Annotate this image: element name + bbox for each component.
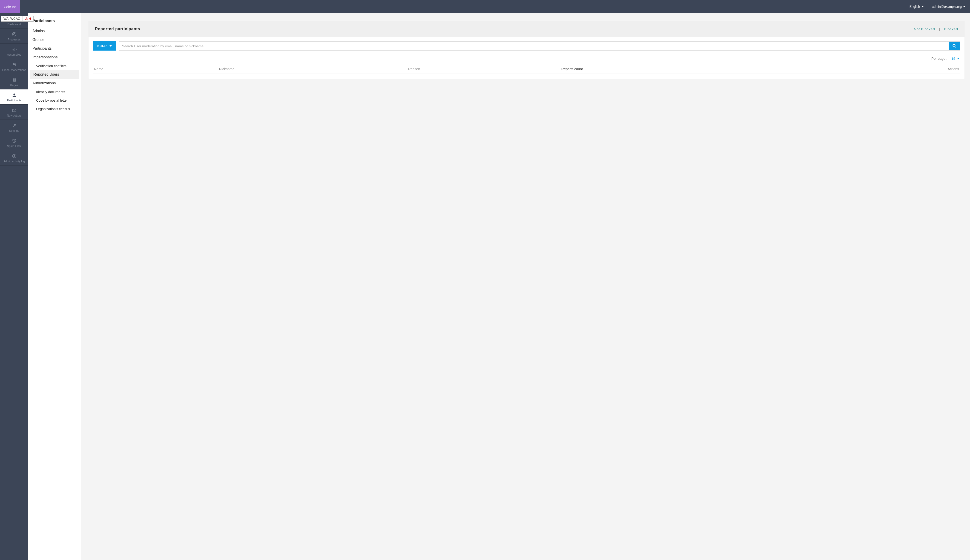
caret-down-icon — [109, 45, 112, 47]
filter-button-label: Filter — [97, 44, 107, 48]
sidebar-item-processes[interactable]: Processes — [0, 28, 28, 44]
nav-label: Settings — [9, 130, 19, 132]
subnav-item-participants[interactable]: Participants — [28, 44, 81, 53]
user-menu[interactable]: admin@example.org — [927, 5, 970, 8]
caret-down-icon — [957, 58, 960, 59]
col-reports-count[interactable]: Reports count — [560, 62, 813, 74]
per-page-value: 15 — [952, 57, 955, 60]
svg-point-4 — [13, 93, 15, 95]
user-email-label: admin@example.org — [932, 5, 962, 8]
table-wrap: Name Nickname Reason Reports count Actio… — [88, 62, 965, 79]
caret-down-icon — [963, 6, 965, 7]
brand-logo[interactable]: Cole Inc — [0, 0, 20, 13]
subnav-item-impersonations[interactable]: Impersonations — [28, 53, 81, 62]
divider: | — [939, 27, 940, 31]
wcag-badge[interactable]: WAI WCAG 6 — [1, 16, 33, 22]
svg-point-3 — [13, 49, 15, 50]
nav-label: Spam Filter — [7, 145, 21, 148]
filter-button[interactable]: Filter — [93, 42, 116, 50]
nav-label: Participants — [7, 99, 22, 102]
nav-label: Processes — [8, 38, 20, 41]
per-page-select[interactable]: 15 — [952, 57, 960, 60]
nav-label: Newsletters — [7, 114, 22, 117]
nav-label: Global moderations — [2, 69, 26, 72]
link-not-blocked[interactable]: Not Blocked — [914, 27, 935, 31]
per-page-label: Per page : — [932, 57, 947, 60]
sidebar-item-pages[interactable]: Pages — [0, 74, 28, 90]
subnav-item-reported-users[interactable]: Reported Users — [30, 70, 79, 79]
orbit-icon — [12, 47, 17, 52]
block-filter-links: Not Blocked | Blocked — [914, 27, 958, 31]
search-input[interactable] — [119, 42, 948, 50]
sidebar-item-assemblies[interactable]: Assemblies — [0, 44, 28, 59]
book-icon — [12, 77, 17, 83]
search-icon — [952, 44, 957, 48]
nav-label: Admin activity log — [3, 160, 25, 163]
search-wrap — [119, 42, 960, 50]
person-icon — [12, 93, 17, 98]
reported-participants-card: Reported participants Not Blocked | Bloc… — [88, 21, 965, 79]
col-nickname[interactable]: Nickname — [218, 62, 407, 74]
subnav-item-admins[interactable]: Admins — [28, 27, 81, 35]
target-icon — [12, 32, 17, 37]
participants-table: Name Nickname Reason Reports count Actio… — [93, 62, 960, 74]
sidebar-item-global-moderations[interactable]: Global moderations — [0, 59, 28, 74]
secondary-sidebar-title: Participants — [28, 19, 81, 27]
svg-point-1 — [12, 32, 16, 36]
caret-down-icon — [922, 6, 924, 7]
nav-label: Assemblies — [7, 53, 21, 56]
envelope-icon — [12, 108, 17, 113]
sidebar-item-newsletters[interactable]: Newsletters — [0, 105, 28, 120]
sidebar-item-admin-activity-log[interactable]: Admin activity log — [0, 150, 28, 165]
secondary-sidebar: Participants Admins Groups Participants … — [28, 13, 81, 560]
subnav-item-authorizations[interactable]: Authorizations — [28, 79, 81, 88]
wcag-error-count: 6 — [23, 16, 33, 22]
subnav-item-code-postal[interactable]: Code by postal letter — [28, 96, 81, 105]
search-button[interactable] — [948, 42, 960, 50]
col-name[interactable]: Name — [93, 62, 218, 74]
wcag-label: WAI WCAG — [1, 16, 23, 22]
filter-row: Filter — [88, 37, 965, 53]
subnav-item-org-census[interactable]: Organization's census — [28, 105, 81, 113]
subnav-item-groups[interactable]: Groups — [28, 35, 81, 44]
primary-sidebar: Dashboard Processes Assemblies Global mo… — [0, 13, 28, 560]
page-title: Reported participants — [95, 27, 140, 31]
warning-icon — [25, 17, 28, 20]
compass-icon — [12, 153, 17, 158]
language-switcher[interactable]: English — [906, 5, 927, 8]
nav-label: Dashboard — [7, 23, 21, 26]
top-bar: Cole Inc English admin@example.org — [0, 0, 970, 13]
wrench-icon — [12, 123, 17, 128]
shield-icon — [12, 138, 17, 143]
main-content: Reported participants Not Blocked | Bloc… — [81, 13, 970, 560]
flag-icon — [12, 62, 17, 67]
subnav-item-identity-documents[interactable]: Identity documents — [28, 88, 81, 96]
svg-point-7 — [953, 44, 955, 47]
card-header: Reported participants Not Blocked | Bloc… — [88, 21, 965, 37]
sidebar-item-participants[interactable]: Participants — [0, 90, 28, 105]
nav-label: Pages — [10, 84, 18, 87]
sidebar-item-settings[interactable]: Settings — [0, 120, 28, 135]
sidebar-item-spam-filter[interactable]: Spam Filter — [0, 135, 28, 150]
link-blocked[interactable]: Blocked — [944, 27, 958, 31]
svg-line-8 — [955, 47, 956, 48]
col-reason[interactable]: Reason — [407, 62, 560, 74]
col-actions: Actions — [813, 62, 960, 74]
per-page-row: Per page : 15 — [88, 53, 965, 62]
svg-point-2 — [13, 33, 15, 35]
language-label: English — [910, 5, 920, 8]
subnav-item-verification-conflicts[interactable]: Verification conflicts — [28, 62, 81, 70]
